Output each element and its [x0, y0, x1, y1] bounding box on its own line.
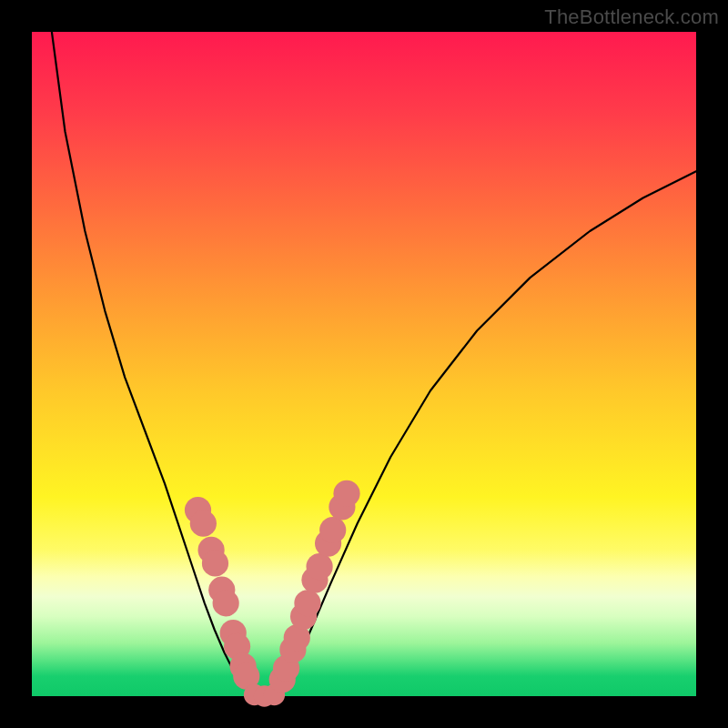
curve-layer [32, 32, 696, 696]
plot-area [32, 32, 696, 696]
attribution-text: TheBottleneck.com [544, 5, 719, 29]
bead-marker [213, 590, 239, 616]
chart-stage: TheBottleneck.com [0, 0, 728, 728]
bead-marker [306, 553, 332, 580]
bead-marker [202, 550, 228, 576]
bead-layer [185, 480, 360, 707]
series-right-branch [278, 171, 696, 693]
bead-marker [319, 517, 346, 543]
bead-marker [333, 480, 359, 507]
bead-marker [294, 590, 320, 616]
bead-marker [190, 511, 217, 537]
